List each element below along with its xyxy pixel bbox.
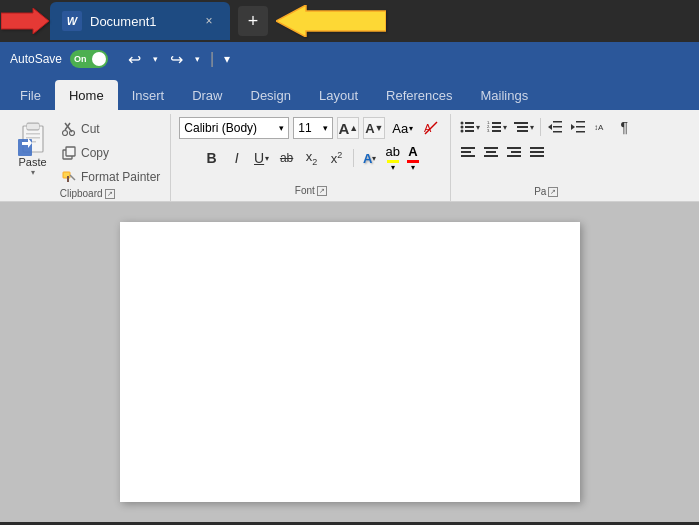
align-left-button[interactable] bbox=[457, 141, 479, 163]
align-right-button[interactable] bbox=[503, 141, 525, 163]
clipboard-group-label: Clipboard ↗ bbox=[60, 188, 115, 201]
svg-marker-43 bbox=[571, 124, 575, 130]
paste-button[interactable]: Paste ▾ bbox=[10, 116, 55, 181]
decrease-indent-button[interactable] bbox=[544, 116, 566, 138]
customize-qa-button[interactable]: ▾ bbox=[220, 50, 234, 68]
font-expand-button[interactable]: ↗ bbox=[317, 186, 327, 196]
tab-mailings[interactable]: Mailings bbox=[467, 80, 543, 110]
svg-rect-49 bbox=[486, 151, 496, 153]
svg-rect-35 bbox=[517, 130, 528, 132]
justify-button[interactable] bbox=[526, 141, 548, 163]
decrease-font-size-button[interactable]: A▼ bbox=[363, 117, 385, 139]
svg-rect-37 bbox=[553, 126, 562, 128]
text-effects-button[interactable]: A ▾ bbox=[359, 147, 381, 169]
tab-insert[interactable]: Insert bbox=[118, 80, 179, 110]
undo-button[interactable]: ↩ bbox=[124, 48, 145, 71]
paragraph-row-2 bbox=[457, 141, 548, 163]
format-painter-icon bbox=[61, 169, 77, 185]
underline-button[interactable]: U ▾ bbox=[251, 147, 273, 169]
copy-button[interactable]: Copy bbox=[57, 142, 164, 164]
yellow-arrow-indicator bbox=[276, 5, 386, 37]
ribbon-tab-bar: File Home Insert Draw Design Layout Refe… bbox=[0, 76, 699, 110]
show-hide-button[interactable]: ¶ bbox=[613, 116, 635, 138]
tab-close-button[interactable]: × bbox=[200, 12, 218, 30]
new-tab-button[interactable]: + bbox=[238, 6, 268, 36]
svg-rect-47 bbox=[461, 155, 475, 157]
increase-font-size-button[interactable]: A▲ bbox=[337, 117, 359, 139]
redo-button[interactable]: ↪ bbox=[166, 48, 187, 71]
superscript-button[interactable]: x2 bbox=[326, 147, 348, 169]
svg-marker-0 bbox=[1, 8, 49, 34]
format-painter-button[interactable]: Format Painter bbox=[57, 166, 164, 188]
strikethrough-button[interactable]: ab bbox=[276, 147, 298, 169]
svg-point-21 bbox=[461, 122, 464, 125]
highlight-color-button[interactable]: ab ▾ bbox=[384, 143, 402, 173]
change-case-button[interactable]: Aa ▾ bbox=[389, 120, 416, 137]
bullets-button[interactable]: ▾ bbox=[457, 116, 483, 138]
para-divider-1 bbox=[540, 118, 541, 136]
align-center-button[interactable] bbox=[480, 141, 502, 163]
multilevel-list-button[interactable]: ▾ bbox=[511, 116, 537, 138]
paste-icon bbox=[17, 120, 49, 156]
bold-button[interactable]: B bbox=[201, 147, 223, 169]
redo-dropdown[interactable]: ▾ bbox=[191, 52, 204, 66]
qa-separator: | bbox=[210, 50, 214, 68]
svg-rect-36 bbox=[553, 121, 562, 123]
tab-draw[interactable]: Draw bbox=[178, 80, 236, 110]
svg-marker-39 bbox=[548, 124, 552, 130]
font-color-button[interactable]: A ▾ bbox=[405, 143, 421, 173]
paste-dropdown-arrow: ▾ bbox=[31, 168, 35, 177]
sort-button[interactable]: ↕A bbox=[590, 116, 612, 138]
svg-rect-55 bbox=[530, 151, 544, 153]
tab-references[interactable]: References bbox=[372, 80, 466, 110]
cut-button[interactable]: Cut bbox=[57, 118, 164, 140]
cut-label: Cut bbox=[81, 122, 100, 136]
autosave-toggle[interactable]: On bbox=[70, 50, 108, 68]
numbered-list-button[interactable]: 1. 2. 3. ▾ bbox=[484, 116, 510, 138]
svg-rect-54 bbox=[530, 147, 544, 149]
svg-rect-45 bbox=[461, 147, 475, 149]
svg-point-12 bbox=[63, 131, 68, 136]
svg-rect-33 bbox=[514, 122, 528, 124]
clear-formatting-button[interactable]: A bbox=[420, 117, 442, 139]
svg-rect-4 bbox=[27, 124, 39, 129]
svg-rect-5 bbox=[26, 133, 40, 135]
font-row-2: B I U ▾ ab x2 x2 bbox=[201, 143, 421, 173]
svg-rect-56 bbox=[530, 155, 544, 157]
increase-indent-button[interactable] bbox=[567, 116, 589, 138]
svg-rect-34 bbox=[517, 126, 528, 128]
font-name-select[interactable]: Calibri (Body) ▾ bbox=[179, 117, 289, 139]
font-size-select[interactable]: 11 ▾ bbox=[293, 117, 333, 139]
format-painter-label: Format Painter bbox=[81, 170, 160, 184]
svg-rect-26 bbox=[465, 130, 474, 132]
svg-rect-24 bbox=[465, 126, 474, 128]
undo-dropdown[interactable]: ▾ bbox=[149, 52, 162, 66]
document-tab-title: Document1 bbox=[90, 14, 156, 29]
italic-button[interactable]: I bbox=[226, 147, 248, 169]
font-row-1: Calibri (Body) ▾ 11 ▾ A▲ A▼ Aa ▾ A bbox=[179, 117, 442, 139]
clipboard-group: Paste ▾ Cut bbox=[4, 114, 171, 201]
svg-point-25 bbox=[461, 130, 464, 133]
document-tab[interactable]: W Document1 × bbox=[50, 2, 230, 40]
paragraph-group-content: ▾ 1. 2. 3. ▾ bbox=[457, 116, 635, 186]
font-row-divider bbox=[353, 149, 354, 167]
subscript-button[interactable]: x2 bbox=[301, 147, 323, 169]
toggle-state-label: On bbox=[74, 54, 87, 64]
tab-layout[interactable]: Layout bbox=[305, 80, 372, 110]
svg-rect-52 bbox=[511, 151, 521, 153]
tab-design[interactable]: Design bbox=[237, 80, 305, 110]
red-arrow-indicator bbox=[0, 7, 50, 35]
svg-rect-42 bbox=[576, 131, 585, 133]
clipboard-expand-button[interactable]: ↗ bbox=[105, 189, 115, 199]
title-bar: W Document1 × + bbox=[0, 0, 699, 42]
tab-file[interactable]: File bbox=[6, 80, 55, 110]
autosave-label: AutoSave bbox=[10, 52, 62, 66]
font-group: Calibri (Body) ▾ 11 ▾ A▲ A▼ Aa ▾ A bbox=[171, 114, 451, 201]
word-icon: W bbox=[62, 11, 82, 31]
document-page[interactable] bbox=[120, 222, 580, 502]
svg-rect-53 bbox=[507, 155, 521, 157]
tab-home[interactable]: Home bbox=[55, 80, 118, 110]
paragraph-expand-button[interactable]: ↗ bbox=[548, 187, 558, 197]
svg-text:3.: 3. bbox=[487, 128, 490, 133]
svg-rect-28 bbox=[492, 122, 501, 124]
